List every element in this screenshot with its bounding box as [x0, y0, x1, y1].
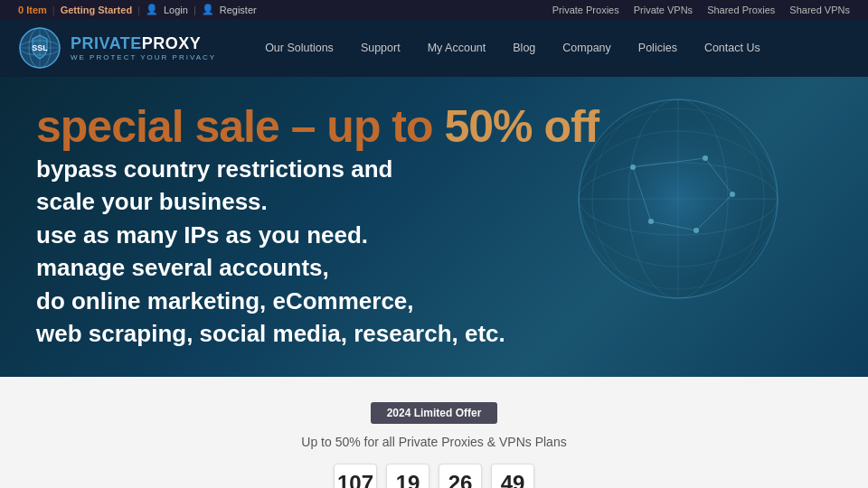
register-icon: 👤 [202, 4, 214, 15]
nav-policies[interactable]: Policies [626, 34, 690, 61]
top-link-private-proxies[interactable]: Private Proxies [552, 5, 619, 15]
divider-2: | [137, 5, 140, 15]
hero-content: special sale – up to 50% off bypass coun… [36, 104, 599, 350]
top-bar: 0 Item | Getting Started | 👤 Login | 👤 R… [0, 0, 868, 19]
hero-sale-headline: special sale – up to 50% off [36, 104, 599, 149]
countdown-hours-value: 19 [386, 464, 429, 488]
user-icon: 👤 [146, 4, 158, 15]
countdown-hours: 19 hours [386, 464, 429, 488]
login-link[interactable]: Login [164, 5, 188, 15]
nav-my-account[interactable]: My Account [415, 34, 499, 61]
register-link[interactable]: Register [220, 5, 257, 15]
hero-section: special sale – up to 50% off bypass coun… [0, 77, 868, 377]
nav-company[interactable]: Company [550, 34, 624, 61]
countdown-days-value: 107 [334, 464, 377, 488]
countdown-minutes: 26 minutes [439, 464, 482, 488]
countdown-minutes-value: 26 [439, 464, 482, 488]
divider-3: | [193, 5, 196, 15]
countdown-days: 107 days [334, 464, 377, 488]
top-bar-left: 0 Item | Getting Started | 👤 Login | 👤 R… [18, 4, 257, 15]
top-link-shared-vpns[interactable]: Shared VPNs [789, 5, 850, 15]
top-link-shared-proxies[interactable]: Shared Proxies [707, 5, 775, 15]
countdown: 107 days 19 hours 26 minutes 49 seconds [18, 464, 850, 488]
main-nav: Our Solutions Support My Account Blog Co… [252, 34, 773, 61]
nav-support[interactable]: Support [348, 34, 413, 61]
divider-1: | [52, 5, 55, 15]
navbar: SSL PRIVATE PROXY WE PROTECT YOUR PRIVAC… [0, 19, 868, 77]
logo-text: PRIVATE PROXY WE PROTECT YOUR PRIVACY [71, 34, 216, 61]
cart-count[interactable]: 0 Item [18, 5, 47, 15]
top-link-private-vpns[interactable]: Private VPNs [634, 5, 693, 15]
hero-body-text: bypass country restrictions and scale yo… [36, 153, 599, 350]
svg-text:SSL: SSL [32, 43, 48, 52]
nav-our-solutions[interactable]: Our Solutions [252, 34, 346, 61]
offer-badge: 2024 Limited Offer [371, 402, 498, 424]
logo[interactable]: SSL PRIVATE PROXY WE PROTECT YOUR PRIVAC… [18, 26, 216, 70]
top-bar-right: Private Proxies Private VPNs Shared Prox… [552, 5, 850, 15]
countdown-seconds-value: 49 [491, 464, 534, 488]
nav-blog[interactable]: Blog [500, 34, 548, 61]
nav-contact-us[interactable]: Contact Us [692, 34, 773, 61]
offer-section: 2024 Limited Offer Up to 50% for all Pri… [0, 377, 868, 488]
countdown-seconds: 49 seconds [491, 464, 534, 488]
logo-icon: SSL [18, 26, 61, 70]
getting-started-link[interactable]: Getting Started [61, 5, 132, 15]
offer-subtitle: Up to 50% for all Private Proxies & VPNs… [18, 435, 850, 449]
